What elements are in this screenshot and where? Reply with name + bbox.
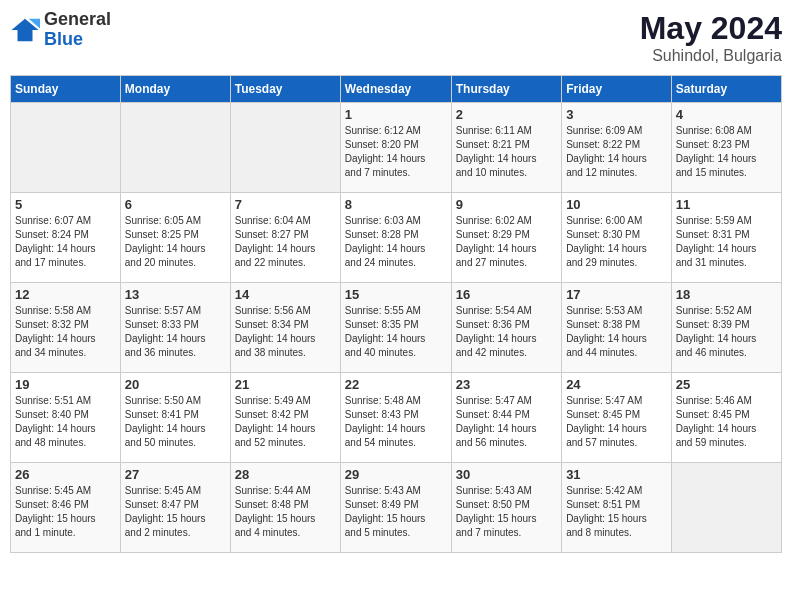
day-info: Sunrise: 5:58 AM Sunset: 8:32 PM Dayligh… xyxy=(15,304,116,360)
calendar-week-3: 12Sunrise: 5:58 AM Sunset: 8:32 PM Dayli… xyxy=(11,283,782,373)
header-sunday: Sunday xyxy=(11,76,121,103)
day-number: 28 xyxy=(235,467,336,482)
day-info: Sunrise: 5:49 AM Sunset: 8:42 PM Dayligh… xyxy=(235,394,336,450)
calendar-week-2: 5Sunrise: 6:07 AM Sunset: 8:24 PM Daylig… xyxy=(11,193,782,283)
day-number: 10 xyxy=(566,197,667,212)
header-saturday: Saturday xyxy=(671,76,781,103)
logo-general-text: General xyxy=(44,10,111,30)
day-info: Sunrise: 5:44 AM Sunset: 8:48 PM Dayligh… xyxy=(235,484,336,540)
calendar-cell: 23Sunrise: 5:47 AM Sunset: 8:44 PM Dayli… xyxy=(451,373,561,463)
day-info: Sunrise: 6:03 AM Sunset: 8:28 PM Dayligh… xyxy=(345,214,447,270)
calendar-cell: 19Sunrise: 5:51 AM Sunset: 8:40 PM Dayli… xyxy=(11,373,121,463)
day-number: 18 xyxy=(676,287,777,302)
day-info: Sunrise: 5:47 AM Sunset: 8:45 PM Dayligh… xyxy=(566,394,667,450)
calendar-cell: 28Sunrise: 5:44 AM Sunset: 8:48 PM Dayli… xyxy=(230,463,340,553)
day-info: Sunrise: 5:48 AM Sunset: 8:43 PM Dayligh… xyxy=(345,394,447,450)
calendar-cell: 8Sunrise: 6:03 AM Sunset: 8:28 PM Daylig… xyxy=(340,193,451,283)
day-info: Sunrise: 5:50 AM Sunset: 8:41 PM Dayligh… xyxy=(125,394,226,450)
day-info: Sunrise: 5:47 AM Sunset: 8:44 PM Dayligh… xyxy=(456,394,557,450)
day-number: 11 xyxy=(676,197,777,212)
day-info: Sunrise: 5:59 AM Sunset: 8:31 PM Dayligh… xyxy=(676,214,777,270)
day-info: Sunrise: 5:57 AM Sunset: 8:33 PM Dayligh… xyxy=(125,304,226,360)
day-number: 27 xyxy=(125,467,226,482)
day-info: Sunrise: 6:09 AM Sunset: 8:22 PM Dayligh… xyxy=(566,124,667,180)
logo-blue-text: Blue xyxy=(44,30,111,50)
day-number: 29 xyxy=(345,467,447,482)
day-number: 8 xyxy=(345,197,447,212)
calendar-cell xyxy=(230,103,340,193)
calendar-cell: 26Sunrise: 5:45 AM Sunset: 8:46 PM Dayli… xyxy=(11,463,121,553)
day-number: 13 xyxy=(125,287,226,302)
calendar-cell: 29Sunrise: 5:43 AM Sunset: 8:49 PM Dayli… xyxy=(340,463,451,553)
logo-icon xyxy=(10,15,40,45)
day-number: 31 xyxy=(566,467,667,482)
day-number: 26 xyxy=(15,467,116,482)
day-number: 20 xyxy=(125,377,226,392)
calendar-cell: 30Sunrise: 5:43 AM Sunset: 8:50 PM Dayli… xyxy=(451,463,561,553)
day-number: 30 xyxy=(456,467,557,482)
calendar-week-1: 1Sunrise: 6:12 AM Sunset: 8:20 PM Daylig… xyxy=(11,103,782,193)
calendar-cell: 20Sunrise: 5:50 AM Sunset: 8:41 PM Dayli… xyxy=(120,373,230,463)
day-number: 22 xyxy=(345,377,447,392)
header-monday: Monday xyxy=(120,76,230,103)
day-info: Sunrise: 5:43 AM Sunset: 8:49 PM Dayligh… xyxy=(345,484,447,540)
calendar-cell: 12Sunrise: 5:58 AM Sunset: 8:32 PM Dayli… xyxy=(11,283,121,373)
day-number: 7 xyxy=(235,197,336,212)
calendar-cell: 14Sunrise: 5:56 AM Sunset: 8:34 PM Dayli… xyxy=(230,283,340,373)
calendar-cell: 27Sunrise: 5:45 AM Sunset: 8:47 PM Dayli… xyxy=(120,463,230,553)
calendar-cell: 11Sunrise: 5:59 AM Sunset: 8:31 PM Dayli… xyxy=(671,193,781,283)
day-number: 17 xyxy=(566,287,667,302)
day-number: 12 xyxy=(15,287,116,302)
day-number: 1 xyxy=(345,107,447,122)
calendar-table: SundayMondayTuesdayWednesdayThursdayFrid… xyxy=(10,75,782,553)
calendar-cell: 15Sunrise: 5:55 AM Sunset: 8:35 PM Dayli… xyxy=(340,283,451,373)
day-info: Sunrise: 5:45 AM Sunset: 8:46 PM Dayligh… xyxy=(15,484,116,540)
day-info: Sunrise: 5:42 AM Sunset: 8:51 PM Dayligh… xyxy=(566,484,667,540)
day-info: Sunrise: 5:56 AM Sunset: 8:34 PM Dayligh… xyxy=(235,304,336,360)
day-number: 23 xyxy=(456,377,557,392)
calendar-cell: 9Sunrise: 6:02 AM Sunset: 8:29 PM Daylig… xyxy=(451,193,561,283)
calendar-cell: 31Sunrise: 5:42 AM Sunset: 8:51 PM Dayli… xyxy=(562,463,672,553)
logo-text: General Blue xyxy=(44,10,111,50)
location-title: Suhindol, Bulgaria xyxy=(640,47,782,65)
page-header: General Blue May 2024 Suhindol, Bulgaria xyxy=(10,10,782,65)
calendar-header-row: SundayMondayTuesdayWednesdayThursdayFrid… xyxy=(11,76,782,103)
day-number: 25 xyxy=(676,377,777,392)
day-number: 9 xyxy=(456,197,557,212)
day-number: 24 xyxy=(566,377,667,392)
day-info: Sunrise: 6:12 AM Sunset: 8:20 PM Dayligh… xyxy=(345,124,447,180)
header-friday: Friday xyxy=(562,76,672,103)
calendar-cell: 17Sunrise: 5:53 AM Sunset: 8:38 PM Dayli… xyxy=(562,283,672,373)
logo: General Blue xyxy=(10,10,111,50)
calendar-cell: 4Sunrise: 6:08 AM Sunset: 8:23 PM Daylig… xyxy=(671,103,781,193)
calendar-week-5: 26Sunrise: 5:45 AM Sunset: 8:46 PM Dayli… xyxy=(11,463,782,553)
day-number: 15 xyxy=(345,287,447,302)
day-info: Sunrise: 5:55 AM Sunset: 8:35 PM Dayligh… xyxy=(345,304,447,360)
calendar-cell xyxy=(671,463,781,553)
day-info: Sunrise: 5:45 AM Sunset: 8:47 PM Dayligh… xyxy=(125,484,226,540)
calendar-cell: 1Sunrise: 6:12 AM Sunset: 8:20 PM Daylig… xyxy=(340,103,451,193)
day-number: 16 xyxy=(456,287,557,302)
day-info: Sunrise: 5:43 AM Sunset: 8:50 PM Dayligh… xyxy=(456,484,557,540)
day-number: 14 xyxy=(235,287,336,302)
day-info: Sunrise: 6:08 AM Sunset: 8:23 PM Dayligh… xyxy=(676,124,777,180)
day-info: Sunrise: 5:51 AM Sunset: 8:40 PM Dayligh… xyxy=(15,394,116,450)
day-info: Sunrise: 6:05 AM Sunset: 8:25 PM Dayligh… xyxy=(125,214,226,270)
day-number: 5 xyxy=(15,197,116,212)
day-number: 3 xyxy=(566,107,667,122)
day-info: Sunrise: 5:53 AM Sunset: 8:38 PM Dayligh… xyxy=(566,304,667,360)
day-info: Sunrise: 6:02 AM Sunset: 8:29 PM Dayligh… xyxy=(456,214,557,270)
calendar-cell: 6Sunrise: 6:05 AM Sunset: 8:25 PM Daylig… xyxy=(120,193,230,283)
day-info: Sunrise: 6:04 AM Sunset: 8:27 PM Dayligh… xyxy=(235,214,336,270)
calendar-cell: 22Sunrise: 5:48 AM Sunset: 8:43 PM Dayli… xyxy=(340,373,451,463)
header-wednesday: Wednesday xyxy=(340,76,451,103)
calendar-cell: 5Sunrise: 6:07 AM Sunset: 8:24 PM Daylig… xyxy=(11,193,121,283)
header-tuesday: Tuesday xyxy=(230,76,340,103)
day-info: Sunrise: 5:52 AM Sunset: 8:39 PM Dayligh… xyxy=(676,304,777,360)
day-info: Sunrise: 5:54 AM Sunset: 8:36 PM Dayligh… xyxy=(456,304,557,360)
day-info: Sunrise: 6:11 AM Sunset: 8:21 PM Dayligh… xyxy=(456,124,557,180)
day-number: 19 xyxy=(15,377,116,392)
day-info: Sunrise: 5:46 AM Sunset: 8:45 PM Dayligh… xyxy=(676,394,777,450)
day-info: Sunrise: 6:00 AM Sunset: 8:30 PM Dayligh… xyxy=(566,214,667,270)
day-number: 21 xyxy=(235,377,336,392)
